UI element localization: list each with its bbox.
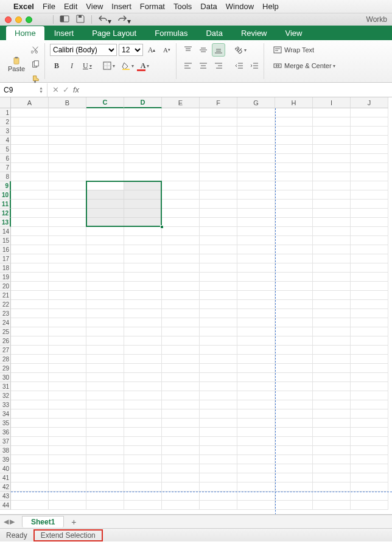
fx-label[interactable]: fx (73, 85, 79, 94)
cell[interactable] (124, 209, 162, 218)
cell[interactable] (313, 218, 351, 227)
cell[interactable] (86, 127, 124, 136)
cell[interactable] (275, 200, 313, 209)
row-header-13[interactable]: 13 (0, 218, 11, 227)
cell[interactable] (351, 455, 388, 464)
cell[interactable] (124, 482, 162, 492)
select-all-corner[interactable] (0, 97, 11, 108)
cell[interactable] (237, 200, 275, 209)
cell[interactable] (351, 482, 388, 492)
cell[interactable] (162, 163, 200, 172)
cell[interactable] (313, 492, 351, 501)
cell[interactable] (275, 346, 313, 355)
cell[interactable] (162, 501, 200, 510)
cell[interactable] (200, 327, 237, 336)
cell[interactable] (11, 355, 49, 364)
cell[interactable] (200, 300, 237, 309)
orientation-icon[interactable]: ab▾ (233, 43, 249, 57)
cell[interactable] (124, 282, 162, 291)
cell[interactable] (11, 336, 49, 346)
cell[interactable] (162, 373, 200, 382)
cell[interactable] (86, 455, 124, 464)
cell[interactable] (275, 209, 313, 218)
cell[interactable] (124, 200, 162, 209)
cell[interactable] (200, 492, 237, 501)
cell[interactable] (200, 127, 237, 136)
copy-icon[interactable] (29, 58, 42, 71)
cell[interactable] (313, 327, 351, 336)
cell[interactable] (351, 318, 388, 327)
font-color-icon[interactable]: A▾ (138, 59, 152, 72)
cell[interactable] (86, 163, 124, 172)
cell[interactable] (237, 446, 275, 455)
cell[interactable] (86, 373, 124, 382)
cell[interactable] (313, 473, 351, 482)
cell[interactable] (86, 117, 124, 127)
cell[interactable] (49, 492, 86, 501)
cell[interactable] (237, 336, 275, 346)
cell[interactable] (86, 492, 124, 501)
cell[interactable] (124, 300, 162, 309)
tab-insert[interactable]: Insert (46, 26, 83, 40)
row-header-25[interactable]: 25 (0, 327, 11, 336)
row-header-30[interactable]: 30 (0, 373, 11, 382)
cell[interactable] (86, 254, 124, 263)
cell[interactable] (86, 446, 124, 455)
cell[interactable] (313, 227, 351, 236)
col-header-I[interactable]: I (313, 97, 351, 108)
cell[interactable] (11, 291, 49, 300)
row-header-42[interactable]: 42 (0, 482, 11, 492)
cell[interactable] (124, 309, 162, 318)
cell[interactable] (200, 419, 237, 428)
row-header-21[interactable]: 21 (0, 291, 11, 300)
cell[interactable] (124, 455, 162, 464)
cell[interactable] (313, 245, 351, 254)
cell[interactable] (86, 327, 124, 336)
cell[interactable] (351, 382, 388, 391)
col-header-E[interactable]: E (162, 97, 200, 108)
cell[interactable] (49, 346, 86, 355)
cell[interactable] (200, 336, 237, 346)
cell[interactable] (11, 473, 49, 482)
cell[interactable] (162, 227, 200, 236)
cell[interactable] (351, 428, 388, 437)
menu-window[interactable]: Window (226, 2, 254, 11)
cell[interactable] (49, 419, 86, 428)
cell[interactable] (49, 282, 86, 291)
cell[interactable] (11, 409, 49, 419)
cell[interactable] (162, 482, 200, 492)
cell[interactable] (351, 409, 388, 419)
cell[interactable] (275, 482, 313, 492)
redo-icon[interactable]: ▾ (117, 14, 131, 26)
cell[interactable] (86, 336, 124, 346)
cell[interactable] (124, 419, 162, 428)
cell[interactable] (313, 501, 351, 510)
cell[interactable] (313, 190, 351, 200)
row-header-3[interactable]: 3 (0, 127, 11, 136)
row-header-4[interactable]: 4 (0, 136, 11, 145)
cell[interactable] (86, 263, 124, 273)
cell[interactable] (124, 236, 162, 245)
increase-font-icon[interactable]: A▴ (145, 43, 158, 57)
cell[interactable] (11, 254, 49, 263)
cell[interactable] (124, 446, 162, 455)
cell[interactable] (237, 400, 275, 409)
cell[interactable] (11, 501, 49, 510)
cell[interactable] (237, 492, 275, 501)
cell[interactable] (11, 373, 49, 382)
tab-home[interactable]: Home (6, 26, 44, 40)
align-bottom-icon[interactable] (212, 43, 225, 57)
align-top-icon[interactable] (181, 43, 195, 57)
cell[interactable] (162, 355, 200, 364)
tab-page-layout[interactable]: Page Layout (83, 26, 145, 40)
cell[interactable] (124, 136, 162, 145)
cell[interactable] (237, 318, 275, 327)
sheet-prev-icon[interactable]: ◀ (4, 518, 9, 526)
cell[interactable] (11, 236, 49, 245)
cell[interactable] (49, 227, 86, 236)
cell[interactable] (313, 291, 351, 300)
cell[interactable] (124, 190, 162, 200)
cell[interactable] (11, 227, 49, 236)
row-header-9[interactable]: 9 (0, 181, 11, 190)
cell[interactable] (351, 254, 388, 263)
